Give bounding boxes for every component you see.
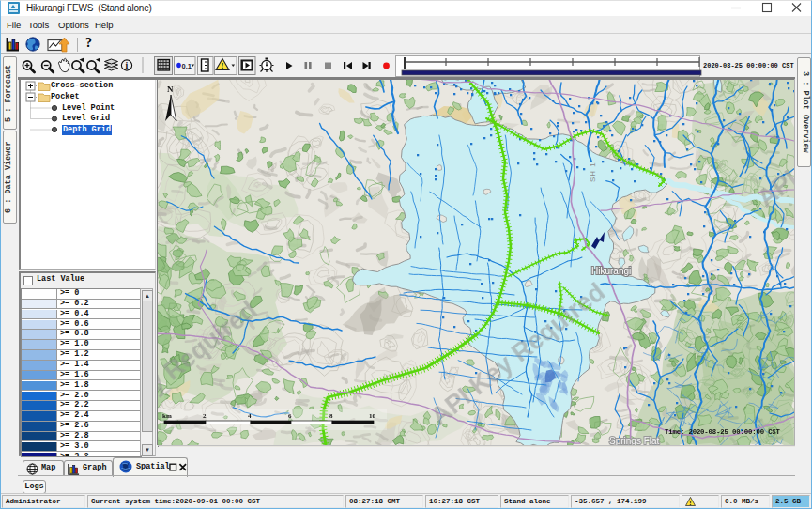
svg-text:!: ! bbox=[688, 500, 692, 506]
svg-text:4: 4 bbox=[248, 412, 252, 420]
svg-text:8: 8 bbox=[329, 412, 333, 420]
svg-text:!: ! bbox=[222, 61, 224, 70]
svg-text:km: km bbox=[162, 412, 172, 420]
svg-text:10: 10 bbox=[369, 412, 376, 420]
svg-text:i: i bbox=[126, 60, 129, 70]
svg-text:0.1: 0.1 bbox=[182, 62, 192, 70]
svg-text:2: 2 bbox=[203, 412, 207, 420]
svg-text:Springs Flat: Springs Flat bbox=[609, 436, 660, 445]
svg-text:Time: 2020-08-25 00:00:00 CST: Time: 2020-08-25 00:00:00 CST bbox=[665, 428, 781, 436]
svg-text:Hikurangi: Hikurangi bbox=[591, 266, 631, 276]
svg-text:6: 6 bbox=[288, 412, 292, 420]
svg-text:SH 1: SH 1 bbox=[589, 162, 597, 182]
svg-text:N: N bbox=[167, 85, 174, 94]
